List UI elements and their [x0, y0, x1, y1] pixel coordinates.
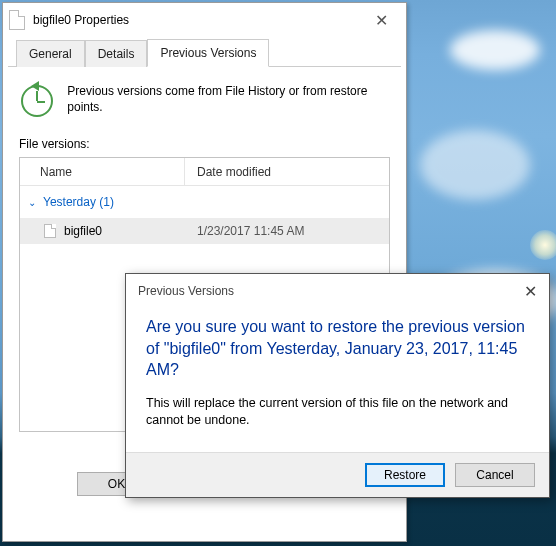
- file-versions-label: File versions:: [19, 137, 390, 151]
- group-label: Yesterday (1): [43, 195, 114, 209]
- window-title: bigfile0 Properties: [33, 13, 129, 27]
- tab-previous-versions[interactable]: Previous Versions: [147, 39, 269, 67]
- tab-strip: General Details Previous Versions: [8, 37, 401, 67]
- file-icon: [9, 10, 25, 30]
- titlebar[interactable]: bigfile0 Properties ✕: [3, 3, 406, 37]
- chevron-down-icon: ⌄: [28, 197, 36, 208]
- intro-text: Previous versions come from File History…: [67, 83, 390, 119]
- history-icon: [19, 83, 53, 119]
- dialog-question: Are you sure you want to restore the pre…: [146, 316, 529, 381]
- restore-button[interactable]: Restore: [365, 463, 445, 487]
- dialog-buttons: Restore Cancel: [126, 452, 549, 497]
- column-header-date[interactable]: Date modified: [185, 158, 389, 186]
- file-icon: [44, 224, 56, 238]
- group-yesterday[interactable]: ⌄ Yesterday (1): [20, 186, 389, 218]
- close-icon[interactable]: ✕: [363, 7, 400, 34]
- tab-general[interactable]: General: [16, 40, 85, 67]
- column-header-name[interactable]: Name: [20, 158, 185, 186]
- version-item-name: bigfile0: [64, 224, 102, 238]
- dialog-info: This will replace the current version of…: [146, 395, 529, 430]
- version-item-date: 1/23/2017 11:45 AM: [185, 224, 389, 238]
- dialog-title: Previous Versions: [138, 284, 234, 298]
- dialog-titlebar[interactable]: Previous Versions ✕: [126, 274, 549, 308]
- close-icon[interactable]: ✕: [524, 282, 537, 301]
- list-header: Name Date modified: [20, 158, 389, 186]
- version-item-selected[interactable]: bigfile0 1/23/2017 11:45 AM: [20, 218, 389, 244]
- tab-details[interactable]: Details: [85, 40, 148, 67]
- restore-confirm-dialog: Previous Versions ✕ Are you sure you wan…: [125, 273, 550, 498]
- cancel-button[interactable]: Cancel: [455, 463, 535, 487]
